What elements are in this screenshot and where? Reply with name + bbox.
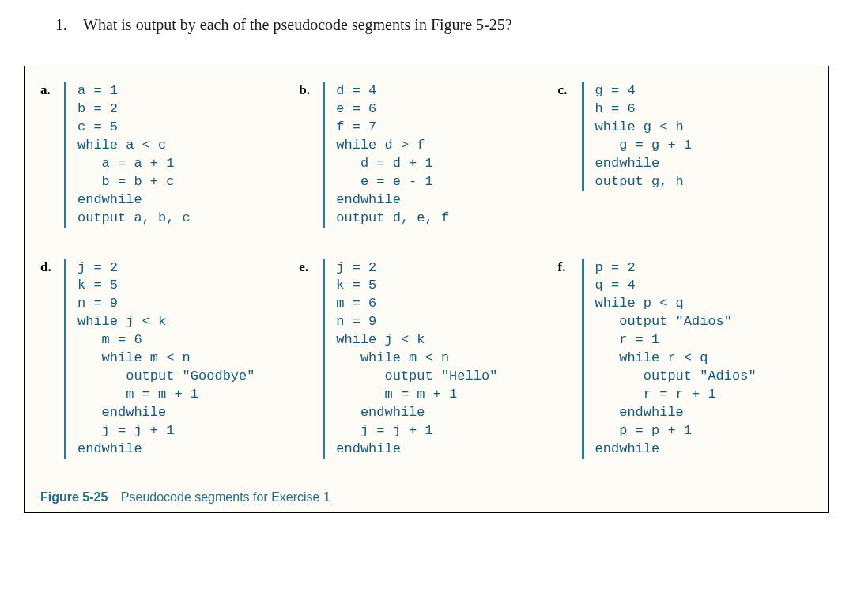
segment-e: e. j = 2 k = 5 m = 6 n = 9 while j < k w… bbox=[299, 259, 553, 459]
question-prompt: 1. What is output by each of the pseudoc… bbox=[24, 16, 829, 34]
row-2: d. j = 2 k = 5 n = 9 while j < k m = 6 w… bbox=[40, 259, 813, 459]
segment-f: f. p = 2 q = 4 while p < q output "Adios… bbox=[558, 259, 813, 459]
segment-label-a: a. bbox=[40, 82, 56, 98]
code-a: a = 1 b = 2 c = 5 while a < c a = a + 1 … bbox=[64, 82, 191, 228]
code-f: p = 2 q = 4 while p < q output "Adios" r… bbox=[582, 259, 757, 459]
segment-label-f: f. bbox=[558, 259, 574, 275]
segment-label-e: e. bbox=[299, 259, 315, 275]
code-d: j = 2 k = 5 n = 9 while j < k m = 6 whil… bbox=[64, 259, 255, 459]
segment-a: a. a = 1 b = 2 c = 5 while a < c a = a +… bbox=[40, 82, 295, 228]
segment-label-d: d. bbox=[40, 259, 56, 275]
row-1: a. a = 1 b = 2 c = 5 while a < c a = a +… bbox=[40, 82, 813, 228]
figure-label: Figure 5-25 bbox=[40, 490, 108, 504]
segment-label-b: b. bbox=[299, 82, 315, 98]
code-c: g = 4 h = 6 while g < h g = g + 1 endwhi… bbox=[582, 82, 692, 191]
figure-description: Pseudocode segments for Exercise 1 bbox=[121, 490, 330, 504]
segment-c: c. g = 4 h = 6 while g < h g = g + 1 end… bbox=[558, 82, 813, 228]
segment-b: b. d = 4 e = 6 f = 7 while d > f d = d +… bbox=[299, 82, 553, 228]
figure-box: a. a = 1 b = 2 c = 5 while a < c a = a +… bbox=[24, 66, 829, 513]
segment-d: d. j = 2 k = 5 n = 9 while j < k m = 6 w… bbox=[40, 259, 295, 459]
question-number: 1. bbox=[55, 16, 67, 34]
segment-label-c: c. bbox=[558, 82, 574, 98]
figure-caption: Figure 5-25 Pseudocode segments for Exer… bbox=[40, 490, 813, 505]
code-e: j = 2 k = 5 m = 6 n = 9 while j < k whil… bbox=[323, 259, 497, 459]
code-b: d = 4 e = 6 f = 7 while d > f d = d + 1 … bbox=[323, 82, 449, 228]
question-text: What is output by each of the pseudocode… bbox=[83, 16, 512, 34]
